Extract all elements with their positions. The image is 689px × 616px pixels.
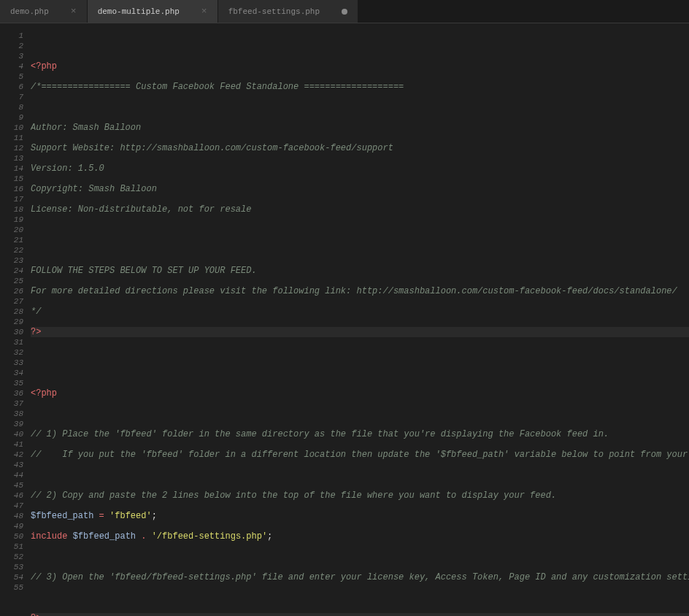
tab-bar: demo.php × demo-multiple.php × fbfeed-se… bbox=[0, 0, 689, 23]
close-icon[interactable]: × bbox=[201, 6, 207, 17]
code-editor[interactable]: 1234567891011121314151617181920212223242… bbox=[0, 23, 689, 616]
tab-label: fbfeed-settings.php bbox=[228, 7, 320, 16]
tab-label: demo-multiple.php bbox=[98, 7, 180, 16]
tab-demo-multiple[interactable]: demo-multiple.php × bbox=[88, 0, 218, 23]
line-number-gutter: 1234567891011121314151617181920212223242… bbox=[0, 23, 31, 616]
close-icon[interactable]: × bbox=[71, 6, 77, 17]
tab-demo[interactable]: demo.php × bbox=[0, 0, 88, 23]
tab-fbfeed-settings[interactable]: fbfeed-settings.php bbox=[218, 0, 358, 23]
dirty-indicator-icon bbox=[342, 9, 347, 15]
tab-label: demo.php bbox=[10, 7, 49, 16]
code-area[interactable]: <?php /*================= Custom Faceboo… bbox=[31, 23, 689, 616]
